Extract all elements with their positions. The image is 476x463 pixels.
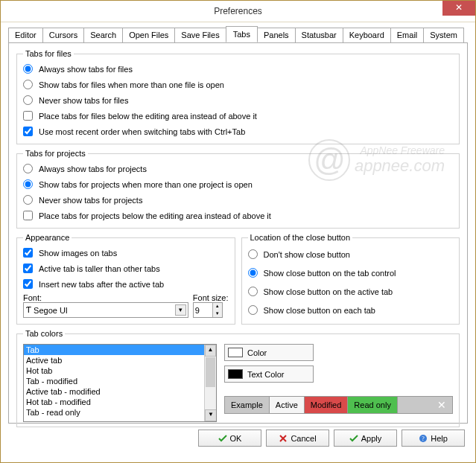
list-item[interactable]: Active tab - modified	[24, 386, 216, 397]
legend-close-location: Location of the close button	[248, 233, 353, 242]
label-active-taller: Active tab is taller than other tabs	[39, 264, 160, 273]
textcolor-button-label: Text Color	[247, 370, 285, 379]
tab-email[interactable]: Email	[390, 28, 425, 42]
radio-files-multi[interactable]	[23, 80, 33, 89]
group-appearance: Appearance Show images on tabs Active ta…	[16, 233, 235, 325]
tab-keyboard[interactable]: Keyboard	[343, 28, 391, 42]
list-item[interactable]: Tab - modified	[24, 376, 216, 386]
tab-open-files[interactable]: Open Files	[122, 28, 175, 42]
list-item[interactable]: Hot tab	[24, 365, 216, 376]
cancel-button[interactable]: Cancel	[266, 430, 329, 447]
tab-search[interactable]: Search	[83, 28, 123, 42]
truetype-icon: Ƭ	[26, 305, 31, 315]
fontsize-spinner[interactable]: ▲▼	[193, 302, 223, 318]
group-tabs-for-projects: Tabs for projects Always show tabs for p…	[16, 149, 460, 229]
window-close-button[interactable]: ✕	[442, 1, 475, 16]
radio-close-each[interactable]	[248, 305, 258, 315]
list-item[interactable]: Tab - read only	[24, 407, 216, 418]
legend-tabs-for-projects: Tabs for projects	[23, 149, 88, 158]
example-close-icon[interactable]: ✕	[431, 399, 452, 411]
check-projects-below[interactable]	[23, 211, 33, 220]
check-show-images[interactable]	[23, 248, 33, 258]
svg-text:?: ?	[422, 435, 425, 442]
radio-close-active[interactable]	[248, 287, 258, 296]
color-button[interactable]: Color	[224, 344, 314, 361]
check-files-below[interactable]	[23, 111, 33, 121]
ok-button[interactable]: OK	[198, 430, 261, 447]
check-files-mru[interactable]	[23, 127, 33, 136]
label-files-never: Never show tabs for files	[39, 96, 128, 105]
tab-save-files[interactable]: Save Files	[174, 28, 226, 42]
radio-projects-never[interactable]	[23, 195, 33, 205]
list-item[interactable]: Hot tab - modified	[24, 397, 216, 407]
listbox-scrollbar[interactable]: ▲ ▼	[204, 345, 216, 421]
label-insert-after: Insert new tabs after the active tab	[39, 280, 164, 289]
tab-page-tabs: @ AppNee Freeware appnee.com Tabs for fi…	[8, 42, 468, 424]
label-files-mru: Use most recent order when switching tab…	[39, 127, 245, 136]
textcolor-button[interactable]: Text Color	[224, 365, 314, 383]
example-label: Example	[225, 397, 270, 413]
label-projects-below: Place tabs for projects below the editin…	[39, 211, 271, 220]
label-projects-always: Always show tabs for projects	[39, 165, 147, 173]
titlebar: Preferences ✕	[1, 1, 475, 22]
label-files-multi: Show tabs for files when more than one f…	[39, 80, 224, 89]
font-label: Font:	[23, 293, 188, 302]
group-tabs-for-files: Tabs for files Always show tabs for file…	[16, 49, 460, 144]
label-close-none: Don't show close button	[264, 250, 350, 259]
legend-tabs-for-files: Tabs for files	[23, 49, 74, 58]
list-item[interactable]: Active tab	[24, 355, 216, 365]
font-select[interactable]: Ƭ Segoe UI ▾	[23, 302, 188, 318]
fontsize-input[interactable]	[194, 303, 212, 317]
radio-projects-multi[interactable]	[23, 179, 33, 189]
example-active: Active	[270, 397, 305, 413]
tab-strip: EditorCursorsSearchOpen FilesSave FilesT…	[8, 28, 468, 43]
scroll-down-icon[interactable]: ▼	[205, 409, 217, 421]
color-swatch	[228, 348, 243, 357]
label-close-each: Show close button on each tab	[264, 306, 375, 315]
fontsize-label: Font size:	[193, 293, 229, 302]
tab-statusbar[interactable]: Statusbar	[295, 28, 343, 42]
check-icon	[349, 434, 358, 443]
color-button-label: Color	[247, 348, 267, 357]
check-active-taller[interactable]	[23, 264, 33, 273]
label-files-always: Always show tabs for files	[39, 65, 133, 74]
tab-tabs[interactable]: Tabs	[226, 26, 258, 42]
radio-close-none[interactable]	[248, 249, 258, 259]
tab-cursors[interactable]: Cursors	[42, 28, 85, 42]
scroll-up-icon[interactable]: ▲	[205, 345, 216, 357]
legend-appearance: Appearance	[23, 233, 72, 242]
radio-projects-always[interactable]	[23, 164, 33, 173]
label-close-active: Show close button on the active tab	[264, 287, 393, 296]
scroll-thumb[interactable]	[206, 357, 215, 387]
example-modified: Modified	[305, 397, 349, 413]
example-readonly: Read only	[348, 397, 398, 413]
tab-panels[interactable]: Panels	[257, 28, 296, 42]
label-projects-multi: Show tabs for projects when more than on…	[39, 180, 253, 189]
apply-button[interactable]: Apply	[334, 430, 397, 447]
spinner-down-icon[interactable]: ▼	[213, 310, 222, 318]
tab-colors-listbox[interactable]: TabActive tabHot tabTab - modifiedActive…	[23, 344, 217, 422]
window-title: Preferences	[214, 6, 262, 16]
legend-tab-colors: Tab colors	[23, 329, 65, 338]
spinner-up-icon[interactable]: ▲	[213, 303, 222, 310]
check-icon	[218, 434, 227, 443]
help-icon: ?	[419, 434, 428, 443]
group-tab-colors: Tab colors TabActive tabHot tabTab - mod…	[16, 329, 460, 427]
tab-system[interactable]: System	[423, 28, 464, 42]
font-value: Segoe UI	[34, 306, 68, 315]
textcolor-swatch	[228, 369, 243, 379]
help-button[interactable]: ? Help	[402, 430, 465, 447]
label-show-images: Show images on tabs	[39, 249, 117, 258]
group-close-location: Location of the close button Don't show …	[241, 233, 460, 325]
tab-editor[interactable]: Editor	[8, 28, 43, 42]
list-item[interactable]: Tab	[24, 345, 216, 355]
radio-files-always[interactable]	[23, 64, 33, 74]
chevron-down-icon: ▾	[175, 304, 186, 316]
label-files-below: Place tabs for files below the editing a…	[39, 112, 257, 121]
example-tabs: Example Active Modified Read only ✕	[224, 396, 453, 414]
check-insert-after[interactable]	[23, 279, 33, 289]
radio-files-never[interactable]	[23, 95, 33, 105]
radio-close-control[interactable]	[248, 268, 258, 278]
label-close-control: Show close button on the tab control	[264, 269, 396, 278]
label-projects-never: Never show tabs for projects	[39, 196, 142, 205]
